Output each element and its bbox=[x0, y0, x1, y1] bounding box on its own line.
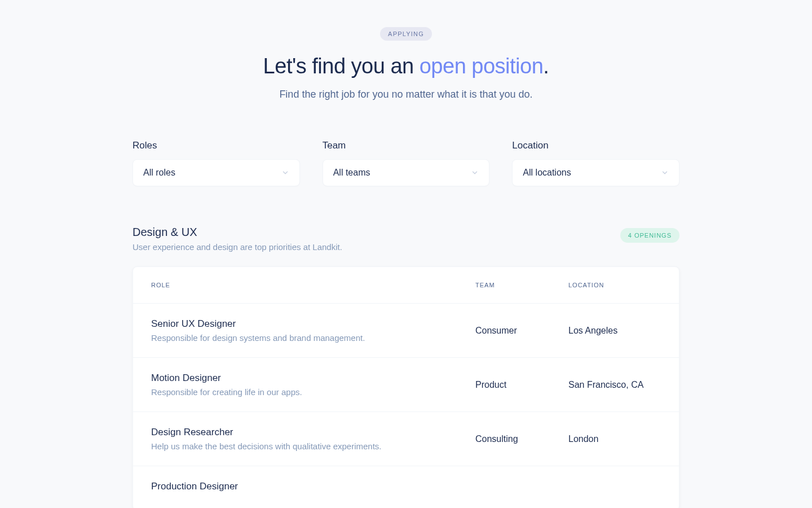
chevron-down-icon bbox=[471, 169, 479, 177]
section-subtitle: User experience and design are top prior… bbox=[133, 242, 342, 252]
table-row[interactable]: Design Researcher Help us make the best … bbox=[133, 412, 679, 466]
section-title: Design & UX bbox=[133, 226, 342, 239]
team-select[interactable]: All teams bbox=[323, 159, 490, 186]
column-team: TEAM bbox=[475, 282, 568, 288]
section-header: Design & UX User experience and design a… bbox=[133, 226, 679, 252]
role-title: Production Designer bbox=[151, 481, 475, 492]
filters-row: Roles All roles Team All teams Location … bbox=[133, 140, 679, 186]
role-team: Consumer bbox=[475, 326, 568, 336]
role-title: Senior UX Designer bbox=[151, 318, 475, 330]
role-location: London bbox=[568, 434, 661, 444]
table-row[interactable]: Motion Designer Responsible for creating… bbox=[133, 358, 679, 412]
location-value: All locations bbox=[523, 168, 571, 178]
page-subheadline: Find the right job for you no matter wha… bbox=[133, 89, 679, 100]
role-team: Consulting bbox=[475, 434, 568, 444]
page-header: APPLYING Let's find you an open position… bbox=[133, 27, 679, 100]
page-headline: Let's find you an open position. bbox=[133, 54, 679, 78]
openings-badge: 4 OPENINGS bbox=[620, 228, 679, 243]
location-label: Location bbox=[512, 140, 679, 151]
column-location: LOCATION bbox=[568, 282, 661, 288]
chevron-down-icon bbox=[661, 169, 669, 177]
role-location: Los Angeles bbox=[568, 326, 661, 336]
headline-accent: open position bbox=[420, 54, 544, 78]
chevron-down-icon bbox=[281, 169, 289, 177]
table-row[interactable]: Production Designer bbox=[133, 466, 679, 508]
column-role: ROLE bbox=[151, 282, 475, 288]
filter-roles: Roles All roles bbox=[133, 140, 300, 186]
role-title: Design Researcher bbox=[151, 427, 475, 438]
location-select[interactable]: All locations bbox=[512, 159, 679, 186]
headline-suffix: . bbox=[543, 54, 549, 78]
role-desc: Responsible for design systems and brand… bbox=[151, 333, 475, 343]
role-title: Motion Designer bbox=[151, 373, 475, 384]
table-header: ROLE TEAM LOCATION bbox=[133, 267, 679, 304]
team-value: All teams bbox=[333, 168, 370, 178]
applying-badge: APPLYING bbox=[380, 27, 432, 41]
team-label: Team bbox=[323, 140, 490, 151]
roles-select[interactable]: All roles bbox=[133, 159, 300, 186]
role-location: San Francisco, CA bbox=[568, 380, 661, 390]
filter-team: Team All teams bbox=[323, 140, 490, 186]
jobs-table: ROLE TEAM LOCATION Senior UX Designer Re… bbox=[133, 266, 679, 508]
role-desc: Help us make the best decisions with qua… bbox=[151, 441, 475, 451]
role-desc: Responsible for creating life in our app… bbox=[151, 387, 475, 397]
filter-location: Location All locations bbox=[512, 140, 679, 186]
table-row[interactable]: Senior UX Designer Responsible for desig… bbox=[133, 304, 679, 358]
role-team: Product bbox=[475, 380, 568, 390]
roles-label: Roles bbox=[133, 140, 300, 151]
headline-prefix: Let's find you an bbox=[263, 54, 420, 78]
roles-value: All roles bbox=[143, 168, 175, 178]
